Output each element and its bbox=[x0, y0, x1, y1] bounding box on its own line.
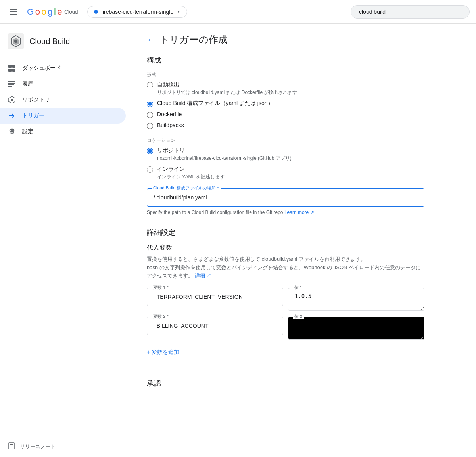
format-option-cloudbuild[interactable]: Cloud Build 構成ファイル（yaml または json） bbox=[147, 100, 460, 107]
svg-rect-8 bbox=[8, 84, 14, 85]
svg-point-11 bbox=[11, 130, 13, 132]
var-description: 置換を使用すると、さまざまな変数値を使用して cloudbuild.yaml フ… bbox=[147, 255, 424, 280]
sidebar-item-label-repository: リポジトリ bbox=[22, 96, 50, 103]
sidebar-item-history[interactable]: 履歴 bbox=[0, 76, 126, 92]
sidebar-item-triggers[interactable]: トリガー bbox=[0, 108, 126, 124]
add-variable-button[interactable]: + 変数を追加 bbox=[147, 346, 179, 359]
svg-point-10 bbox=[11, 99, 13, 101]
svg-rect-13 bbox=[10, 444, 13, 445]
format-radio-dockerfile[interactable] bbox=[147, 112, 153, 118]
location-group: ロケーション リポジトリ nozomi-koborinai/firebase-c… bbox=[147, 137, 460, 180]
sidebar-item-repository[interactable]: リポジトリ bbox=[0, 92, 126, 108]
history-icon bbox=[8, 80, 16, 88]
main-content: ← トリガーの作成 構成 形式 自動検出 リポジトリでは cloudbuild.… bbox=[131, 24, 476, 457]
val1-textarea[interactable]: 1.0.5 bbox=[288, 288, 424, 311]
format-option-dockerfile[interactable]: Dockerfile bbox=[147, 111, 460, 118]
sidebar-item-label-dashboard: ダッシュボード bbox=[22, 65, 61, 72]
val1-field: 値 1 1.0.5 bbox=[288, 288, 424, 312]
approval-section: 承認 bbox=[147, 369, 460, 388]
format-label-auto: 自動検出 bbox=[157, 81, 297, 88]
location-label-repository: リポジトリ bbox=[157, 147, 292, 154]
var1-field: 変数 1 * bbox=[147, 288, 283, 312]
location-sublabel-inline: インライン YAML を記述します bbox=[157, 174, 225, 180]
format-sublabel-auto: リポジトリでは cloudbuild.yaml または Dockerfile が… bbox=[157, 89, 297, 96]
sidebar-footer-release-notes[interactable]: リリースノート bbox=[0, 436, 131, 457]
triggers-icon bbox=[8, 112, 16, 120]
val1-label: 値 1 bbox=[293, 285, 304, 291]
search-input[interactable] bbox=[351, 5, 470, 19]
learn-more-link[interactable]: Learn more ↗ bbox=[284, 210, 314, 215]
location-option-repository[interactable]: リポジトリ nozomi-koborinai/firebase-cicd-ter… bbox=[147, 147, 460, 162]
approval-section-title: 承認 bbox=[147, 379, 460, 388]
sidebar-brand-name: Cloud Build bbox=[29, 37, 70, 46]
location-label: ロケーション bbox=[147, 137, 460, 144]
svg-rect-15 bbox=[10, 447, 12, 447]
settings-icon bbox=[8, 128, 16, 136]
advanced-section-title: 詳細設定 bbox=[147, 228, 460, 237]
section-divider bbox=[147, 369, 460, 369]
project-name: firebase-cicd-terraform-single bbox=[101, 9, 173, 15]
sidebar-brand: Cloud Build bbox=[0, 27, 131, 57]
variable-row-2: 変数 2 * 値 2 bbox=[147, 317, 424, 341]
svg-rect-2 bbox=[8, 65, 12, 68]
format-label-buildpacks: Buildpacks bbox=[157, 122, 184, 128]
sidebar-nav: ダッシュボード 履歴 bbox=[0, 57, 131, 436]
substitution-vars-section: 代入変数 置換を使用すると、さまざまな変数値を使用して cloudbuild.y… bbox=[147, 244, 460, 359]
val2-field: 値 2 bbox=[288, 317, 424, 341]
sidebar-item-label-history: 履歴 bbox=[22, 80, 33, 88]
main-layout: Cloud Build ダッシュボード bbox=[0, 24, 476, 457]
format-radio-group: 自動検出 リポジトリでは cloudbuild.yaml または Dockerf… bbox=[147, 81, 460, 129]
format-option-auto[interactable]: 自動検出 リポジトリでは cloudbuild.yaml または Dockerf… bbox=[147, 81, 460, 96]
page-title: トリガーの作成 bbox=[159, 33, 228, 46]
format-label-cloudbuild: Cloud Build 構成ファイル（yaml または json） bbox=[157, 100, 273, 107]
val2-label: 値 2 bbox=[293, 314, 304, 319]
advanced-section: 詳細設定 代入変数 置換を使用すると、さまざまな変数値を使用して cloudbu… bbox=[147, 228, 460, 359]
release-notes-icon bbox=[8, 442, 15, 451]
sidebar-item-label-settings: 設定 bbox=[22, 128, 33, 135]
format-radio-buildpacks[interactable] bbox=[147, 123, 153, 129]
page-header: ← トリガーの作成 bbox=[147, 33, 460, 46]
config-file-hint: Specify the path to a Cloud Build config… bbox=[147, 210, 424, 215]
sidebar-item-dashboard[interactable]: ダッシュボード bbox=[0, 60, 126, 76]
format-option-buildpacks[interactable]: Buildpacks bbox=[147, 122, 460, 129]
var2-field: 変数 2 * bbox=[147, 317, 283, 341]
project-dot-icon bbox=[94, 10, 98, 14]
sidebar-item-settings[interactable]: 設定 bbox=[0, 124, 126, 140]
subvars-title: 代入変数 bbox=[147, 244, 460, 252]
repository-icon bbox=[8, 96, 16, 104]
chevron-down-icon: ▼ bbox=[177, 10, 180, 14]
variable-row-1: 変数 1 * 値 1 1.0.5 bbox=[147, 288, 424, 312]
location-radio-repository[interactable] bbox=[147, 148, 153, 154]
var-detail-link[interactable]: 詳細 ↗ bbox=[195, 273, 212, 279]
project-selector[interactable]: firebase-cicd-terraform-single ▼ bbox=[87, 6, 187, 18]
location-radio-group: リポジトリ nozomi-koborinai/firebase-cicd-ter… bbox=[147, 147, 460, 180]
var1-label: 変数 1 * bbox=[152, 285, 170, 291]
val2-textarea[interactable] bbox=[288, 317, 424, 340]
dashboard-icon bbox=[8, 64, 16, 72]
sidebar: Cloud Build ダッシュボード bbox=[0, 24, 131, 457]
format-radio-auto[interactable] bbox=[147, 82, 153, 88]
format-radio-cloudbuild[interactable] bbox=[147, 101, 153, 107]
svg-rect-3 bbox=[12, 65, 15, 68]
configuration-section: 構成 形式 自動検出 リポジトリでは cloudbuild.yaml または D… bbox=[147, 55, 460, 215]
svg-point-1 bbox=[14, 40, 17, 43]
format-label: 形式 bbox=[147, 71, 460, 78]
svg-rect-9 bbox=[8, 86, 12, 87]
svg-rect-14 bbox=[10, 446, 13, 446]
svg-rect-4 bbox=[8, 69, 12, 72]
location-option-inline[interactable]: インライン インライン YAML を記述します bbox=[147, 166, 460, 180]
svg-rect-6 bbox=[8, 81, 15, 82]
config-file-container: Cloud Build 構成ファイルの場所 * bbox=[147, 188, 460, 207]
sidebar-item-label-triggers: トリガー bbox=[22, 112, 44, 119]
svg-rect-7 bbox=[8, 83, 15, 84]
release-notes-label: リリースノート bbox=[20, 443, 56, 450]
back-button[interactable]: ← bbox=[147, 35, 155, 44]
location-sublabel-repository: nozomi-koborinai/firebase-cicd-terraform… bbox=[157, 155, 292, 162]
location-label-inline: インライン bbox=[157, 166, 225, 173]
top-header: Google Cloud firebase-cicd-terraform-sin… bbox=[0, 0, 476, 24]
location-radio-inline[interactable] bbox=[147, 166, 153, 173]
hamburger-menu[interactable] bbox=[6, 6, 21, 18]
format-label-dockerfile: Dockerfile bbox=[157, 111, 182, 117]
svg-rect-5 bbox=[12, 69, 15, 72]
config-file-float-label: Cloud Build 構成ファイルの場所 * bbox=[152, 185, 221, 191]
